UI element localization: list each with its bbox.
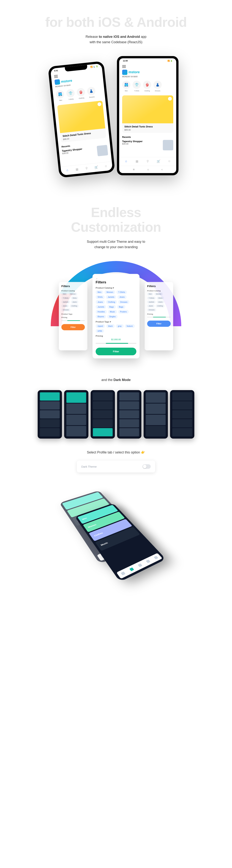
- heart-icon[interactable]: ♡: [168, 97, 172, 101]
- filter-chip[interactable]: Jeans: [71, 301, 78, 304]
- intro-bold: Dark Mode: [114, 378, 131, 382]
- category-item[interactable]: 👙Clothing: [143, 81, 151, 92]
- filter-chip[interactable]: Blazers: [96, 315, 106, 318]
- section-customization: Endless Customization Support multi Colo…: [0, 190, 232, 350]
- price-slider[interactable]: [61, 320, 85, 321]
- category-item[interactable]: 🩳Men: [56, 90, 65, 101]
- price-slider[interactable]: [147, 317, 171, 317]
- price-slider[interactable]: [96, 343, 136, 344]
- product-card[interactable]: ♡ Stitch Detail Tunic Dress $88.00: [122, 95, 173, 133]
- filter-chip[interactable]: Dresses: [147, 308, 156, 311]
- filter-chip[interactable]: Jackets: [147, 301, 156, 304]
- filter-chip[interactable]: Shirts: [71, 297, 78, 300]
- filter-chip[interactable]: Singles: [107, 315, 117, 318]
- filter-chip[interactable]: Jackets: [96, 305, 106, 309]
- profile-icon[interactable]: ☺: [167, 159, 171, 163]
- status-bar: 11:04 📶 🔋: [119, 58, 176, 63]
- color-wheel-demo: Filters Product Catalog MenWomenT-Shirts…: [51, 261, 181, 336]
- filter-section-label[interactable]: Product Catalog ▾: [96, 286, 136, 289]
- filter-chip[interactable]: Men: [96, 290, 103, 294]
- filter-chip[interactable]: white: [96, 329, 104, 333]
- iso-card-label: Women: [87, 524, 97, 528]
- filter-chip[interactable]: Women: [69, 292, 77, 296]
- bottom-nav: ⌂ ▦ ⚲ 🛒 ☺: [61, 161, 113, 176]
- hamburger-icon[interactable]: [54, 75, 58, 78]
- price-value: $2,000.00: [96, 338, 136, 341]
- category-item[interactable]: 👗Dresses: [153, 81, 162, 92]
- filter-chip[interactable]: Bags: [108, 305, 116, 309]
- filter-chip[interactable]: Clothing: [70, 304, 79, 307]
- filter-title: Filters: [61, 284, 85, 288]
- product-card[interactable]: ♡ Stitch Detail Tunic Dress $88.00: [57, 101, 106, 143]
- android-screen: 11:04 📶 🔋 mstore MONDAY 04 MAR 🩳Men 👕T-S…: [119, 58, 176, 173]
- filter-chip[interactable]: Women: [154, 292, 163, 296]
- dark-screenshot: [117, 390, 141, 439]
- dark-screenshot: [170, 390, 194, 439]
- cart-icon[interactable]: 🛒: [94, 165, 98, 170]
- android-home-icon[interactable]: ○: [147, 168, 149, 171]
- category-label: T-Shirts: [134, 90, 139, 92]
- filter-chip[interactable]: Hoodies: [96, 310, 107, 314]
- category-item[interactable]: 👕T-Shirts: [66, 89, 75, 100]
- cart-icon[interactable]: 🛒: [156, 159, 161, 163]
- filter-chip[interactable]: T-Shirts: [116, 290, 127, 294]
- filter-chip[interactable]: Jeans: [157, 301, 164, 304]
- filter-chip[interactable]: Dresses: [118, 300, 129, 304]
- filter-chip[interactable]: Shirts: [96, 295, 105, 299]
- hamburger-icon[interactable]: [122, 65, 126, 68]
- filter-section-label: Product Catalog: [61, 290, 85, 291]
- filter-chip[interactable]: Men: [61, 292, 68, 296]
- filter-chip[interactable]: Jeans: [117, 295, 127, 299]
- logo-text: mstore: [128, 70, 140, 74]
- filter-button[interactable]: Filter: [147, 321, 171, 327]
- profile-icon[interactable]: ☺: [104, 164, 108, 168]
- category-item[interactable]: 👗Dresses: [87, 87, 96, 98]
- category-item[interactable]: 👕T-Shirts: [133, 81, 141, 92]
- filter-chip[interactable]: Bags: [117, 305, 125, 309]
- iso-card-label: Men: [82, 517, 87, 520]
- grid-icon[interactable]: ▦: [135, 159, 139, 163]
- filter-chip[interactable]: Jeans: [96, 300, 105, 304]
- filter-chip[interactable]: Jackets: [61, 301, 70, 304]
- filter-chip[interactable]: Jeans: [61, 304, 69, 307]
- date-label: MONDAY 04 MAR: [119, 75, 176, 79]
- filter-chip[interactable]: Music: [108, 310, 117, 314]
- filter-chip[interactable]: feature: [125, 324, 135, 328]
- category-item[interactable]: 🩳Men: [122, 81, 130, 92]
- filter-chip[interactable]: Jeans: [147, 304, 154, 307]
- category-icon: 👙: [76, 88, 85, 96]
- filter-chip[interactable]: T-Shirts: [147, 297, 156, 300]
- filter-section-label[interactable]: Product Tags ▾: [96, 320, 136, 323]
- filter-chip[interactable]: Jackets: [106, 295, 116, 299]
- filter-chip[interactable]: Clothing: [155, 304, 165, 307]
- filter-chip[interactable]: gray: [116, 324, 123, 328]
- filter-button[interactable]: Filter: [96, 348, 136, 355]
- filter-chip[interactable]: black: [106, 324, 115, 328]
- android-recents-icon[interactable]: ≡: [133, 168, 135, 171]
- android-back-icon[interactable]: ‹: [162, 168, 163, 171]
- dark-mode-intro: and the Dark Mode: [0, 377, 232, 383]
- filter-chip[interactable]: Clothing: [106, 300, 117, 304]
- recent-item[interactable]: Tapestry Shopper $38.00: [119, 139, 176, 151]
- bottom-nav: ⌂ ▦ ⚲ 🛒 ☺: [119, 157, 176, 166]
- grid-icon[interactable]: ▦: [75, 167, 79, 172]
- sub-pre: Release: [86, 35, 99, 38]
- home-icon[interactable]: ⌂: [65, 168, 69, 173]
- filter-button[interactable]: Filter: [61, 324, 85, 330]
- search-icon[interactable]: ⚲: [85, 166, 89, 170]
- category-item[interactable]: 👙Clothing: [76, 88, 86, 99]
- back-icon[interactable]: ←: [96, 277, 136, 280]
- filter-chip[interactable]: Men: [147, 292, 153, 296]
- filter-chip[interactable]: T-Shirts: [61, 297, 70, 300]
- sub-line1: Support multi Color Theme and easy to: [87, 240, 145, 244]
- filter-chip[interactable]: Posters: [118, 310, 129, 314]
- home-icon[interactable]: ⌂: [124, 159, 128, 163]
- sub-post: app: [140, 35, 146, 38]
- filter-chip[interactable]: Women: [105, 290, 115, 294]
- filter-chip[interactable]: Dresses: [61, 308, 70, 311]
- filter-chip[interactable]: ripped: [96, 324, 105, 328]
- dark-theme-toggle[interactable]: [143, 464, 151, 469]
- filter-chip[interactable]: Shirts: [157, 297, 164, 300]
- search-icon[interactable]: ⚲: [146, 159, 150, 163]
- iso-card-label: Clothes: [94, 532, 104, 537]
